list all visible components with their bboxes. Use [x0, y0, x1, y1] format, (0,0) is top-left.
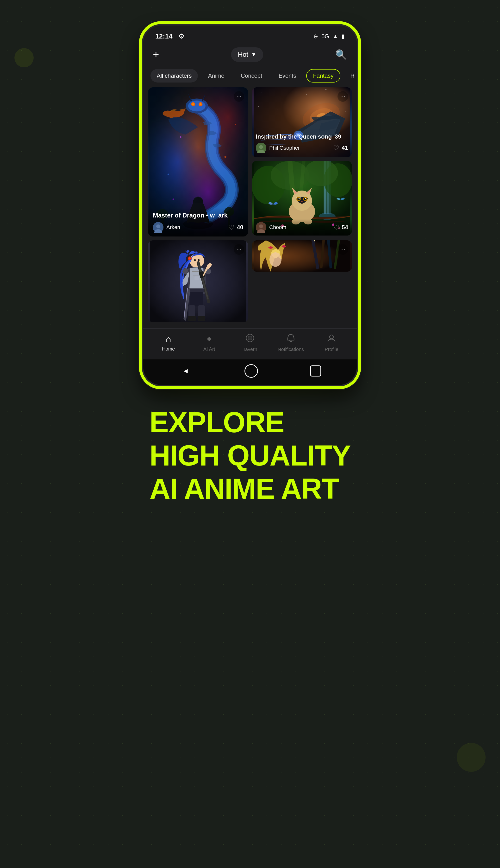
nav-profile[interactable]: Profile [317, 333, 346, 352]
svg-point-81 [189, 257, 191, 259]
cat-author: Choom [256, 222, 286, 233]
decorative-circle-tl [14, 48, 34, 67]
cat-heart-icon[interactable]: ♡ [333, 223, 339, 232]
grid-row-2: ··· [148, 240, 352, 322]
cat-card-info: Choom ♡ 54 [252, 219, 352, 235]
nav-ai-art[interactable]: ✦ AI Art [195, 334, 224, 352]
home-icon: ⌂ [166, 334, 171, 344]
tagline-line2: HIGH QUALITY [149, 439, 351, 472]
filter-dropdown[interactable]: Hot ▼ [231, 47, 263, 62]
heart-icon[interactable]: ♡ [228, 223, 234, 232]
dragon-card-likes: ♡ 40 [228, 223, 243, 232]
svg-rect-84 [194, 276, 199, 280]
svg-point-19 [168, 174, 169, 175]
warrior-card-menu[interactable]: ··· [234, 244, 244, 255]
svg-point-67 [305, 198, 306, 199]
space-title: Inspired by the Queen song '39 [256, 133, 348, 140]
svg-point-23 [156, 224, 160, 228]
top-navigation: + Hot ▼ 🔍 [143, 43, 357, 67]
phil-avatar [256, 143, 266, 153]
tab-r[interactable]: R [344, 69, 357, 82]
svg-point-9 [192, 103, 194, 105]
arken-avatar [153, 222, 163, 233]
nav-home[interactable]: ⌂ Home [154, 334, 183, 352]
phone-frame: 12:14 ⚙ ⊖ 5G ▲ ▮ + Hot ▼ 🔍 [142, 24, 358, 386]
dragon-card-author: Arken [153, 222, 180, 233]
cat-likes: ♡ 54 [333, 223, 348, 232]
notifications-icon [286, 333, 295, 345]
settings-icon[interactable]: ⚙ [178, 32, 184, 40]
ai-art-icon: ✦ [205, 334, 213, 345]
phone-mockup: 12:14 ⚙ ⊖ 5G ▲ ▮ + Hot ▼ 🔍 [142, 24, 358, 386]
dragon-card-title: Master of Dragon • w_ark [153, 212, 243, 219]
svg-point-33 [258, 106, 259, 107]
dragon-card-info: Master of Dragon • w_ark [148, 208, 248, 236]
svg-point-27 [261, 92, 262, 93]
dragon-card: ··· Master of Dragon • w_ark [148, 87, 248, 236]
tab-all-characters[interactable]: All characters [150, 69, 198, 82]
svg-point-34 [277, 109, 279, 110]
home-label: Home [162, 346, 175, 352]
snippet-card: ··· [252, 240, 352, 271]
svg-point-6 [188, 101, 205, 111]
svg-point-31 [326, 89, 327, 90]
choom-name: Choom [269, 224, 286, 231]
space-card-menu[interactable]: ··· [338, 91, 348, 102]
svg-point-35 [345, 111, 345, 112]
tavern-icon [246, 333, 254, 345]
svg-point-106 [330, 335, 333, 339]
svg-rect-86 [190, 292, 203, 307]
add-button[interactable]: + [153, 48, 159, 60]
tab-concept[interactable]: Concept [234, 69, 268, 82]
profile-label: Profile [325, 347, 339, 352]
snippet-card-menu[interactable]: ··· [338, 244, 348, 255]
search-button[interactable]: 🔍 [335, 49, 347, 60]
category-tabs: All characters Anime Concept Events Fant… [143, 67, 357, 87]
bottom-navigation: ⌂ Home ✦ AI Art Tavern [143, 329, 357, 359]
svg-point-10 [200, 103, 202, 105]
nav-notifications[interactable]: Notifications [276, 333, 305, 352]
space-author: Phil Osopher [256, 143, 300, 153]
dragon-card-menu[interactable]: ··· [234, 91, 244, 102]
space-meta: Phil Osopher ♡ 41 [256, 143, 348, 153]
svg-rect-85 [188, 288, 206, 292]
space-card: ··· Inspired by the Queen song '39 [252, 87, 352, 157]
tab-anime[interactable]: Anime [202, 69, 230, 82]
status-time: 12:14 [155, 33, 173, 40]
snippet-image [252, 240, 352, 271]
space-heart-icon[interactable]: ♡ [333, 144, 339, 152]
warrior-image [148, 240, 248, 322]
phone-bottom-bar: ◄ [143, 359, 357, 385]
filter-label: Hot [238, 51, 248, 58]
snippet-card-col: ··· [252, 240, 352, 322]
dragon-likes-count: 40 [237, 224, 243, 231]
tavern-label: Tavern [243, 347, 257, 352]
nav-tavern[interactable]: Tavern [236, 333, 264, 352]
cat-likes-count: 54 [342, 224, 348, 231]
svg-point-47 [259, 145, 263, 149]
phil-name: Phil Osopher [269, 145, 300, 151]
svg-rect-89 [188, 316, 196, 321]
right-column: ··· Inspired by the Queen song '39 [252, 87, 352, 236]
svg-point-21 [173, 199, 174, 200]
tab-fantasy[interactable]: Fantasy [306, 69, 340, 82]
signal-label: 5G [321, 33, 329, 40]
notifications-label: Notifications [277, 347, 304, 352]
svg-point-71 [273, 204, 274, 205]
warrior-card: ··· [148, 240, 248, 322]
svg-point-68 [301, 201, 303, 202]
wifi-signal-icon: ▲ [332, 33, 338, 40]
ai-art-label: AI Art [203, 346, 215, 352]
profile-icon [327, 333, 336, 345]
space-caption: Inspired by the Queen song '39 [256, 133, 348, 140]
recent-apps-button[interactable] [310, 365, 321, 377]
svg-point-66 [298, 198, 299, 199]
choom-avatar [256, 222, 266, 233]
space-likes: ♡ 41 [333, 144, 348, 152]
back-button[interactable]: ◄ [179, 364, 192, 378]
svg-point-76 [259, 224, 263, 228]
svg-point-65 [304, 198, 306, 200]
home-button[interactable] [245, 364, 258, 378]
tab-events[interactable]: Events [272, 69, 303, 82]
cat-card: Choom ♡ 54 [252, 161, 352, 235]
